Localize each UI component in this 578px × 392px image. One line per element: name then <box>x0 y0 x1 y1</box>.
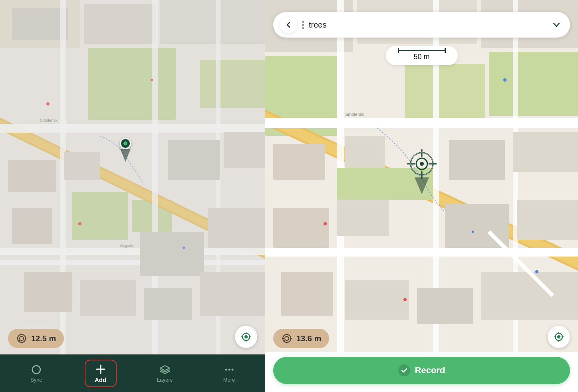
svg-rect-20 <box>224 132 265 168</box>
search-query[interactable]: trees <box>309 20 544 30</box>
svg-text:Smoleńsk: Smoleńsk <box>40 118 58 123</box>
svg-point-86 <box>324 222 327 225</box>
distance-badge-left: 12.5 m <box>8 329 64 348</box>
location-icon-left <box>240 331 252 342</box>
location-button-right[interactable] <box>548 326 570 348</box>
svg-rect-13 <box>0 260 265 265</box>
record-check-icon <box>398 364 410 376</box>
svg-rect-71 <box>449 140 505 180</box>
svg-rect-24 <box>24 272 72 312</box>
sync-label: Sync <box>30 377 42 383</box>
scale-label: 50 m <box>413 53 429 61</box>
search-bar[interactable]: trees <box>273 12 570 38</box>
svg-point-30 <box>46 102 50 105</box>
svg-rect-64 <box>265 118 578 128</box>
svg-rect-81 <box>481 272 578 320</box>
scale-line <box>398 50 446 51</box>
svg-rect-25 <box>80 280 136 316</box>
svg-rect-19 <box>168 140 220 180</box>
svg-rect-60 <box>405 64 485 120</box>
add-icon <box>95 364 106 375</box>
svg-rect-61 <box>489 52 578 116</box>
svg-rect-26 <box>144 288 192 320</box>
svg-point-88 <box>403 298 407 301</box>
add-label: Add <box>95 376 106 383</box>
record-button[interactable]: Record <box>273 357 570 384</box>
svg-rect-6 <box>200 60 265 108</box>
svg-marker-51 <box>160 366 170 370</box>
svg-point-42 <box>244 335 248 338</box>
svg-rect-12 <box>0 248 265 255</box>
svg-point-100 <box>285 336 289 340</box>
svg-rect-65 <box>265 248 578 257</box>
layers-tab[interactable]: Layers <box>149 361 181 386</box>
svg-point-54 <box>231 368 233 370</box>
svg-rect-18 <box>64 152 100 180</box>
crosshair-icon <box>406 148 438 180</box>
svg-marker-98 <box>415 177 429 194</box>
svg-rect-78 <box>281 272 333 316</box>
left-panel: Smoleńsk Wygoda <box>0 0 265 392</box>
map-pin-left <box>120 138 131 162</box>
svg-rect-77 <box>517 200 578 240</box>
location-button-left[interactable] <box>235 326 257 348</box>
svg-point-92 <box>420 162 424 166</box>
svg-rect-79 <box>345 280 409 320</box>
more-tab[interactable]: More <box>213 361 245 386</box>
svg-rect-5 <box>88 48 176 120</box>
svg-text:Wygoda: Wygoda <box>120 244 133 248</box>
svg-point-33 <box>183 247 185 249</box>
svg-rect-27 <box>200 272 265 316</box>
svg-rect-80 <box>417 288 473 324</box>
search-dots-icon <box>302 21 304 29</box>
right-panel: Smoleńsk tre <box>265 0 578 392</box>
svg-marker-34 <box>120 149 131 162</box>
gps-accuracy-icon-right <box>281 333 292 344</box>
record-label: Record <box>415 365 445 376</box>
svg-rect-11 <box>0 124 265 133</box>
svg-point-52 <box>225 368 227 370</box>
svg-point-89 <box>535 270 538 273</box>
back-button[interactable] <box>280 16 297 34</box>
svg-rect-74 <box>273 208 329 248</box>
chevron-down-icon <box>552 20 561 29</box>
svg-rect-75 <box>337 200 389 236</box>
gps-accuracy-icon <box>16 333 27 344</box>
bottom-toolbar: Sync Add Layers <box>0 354 265 392</box>
svg-rect-21 <box>12 208 52 244</box>
distance-value-left: 12.5 m <box>31 334 56 343</box>
svg-point-53 <box>228 368 230 370</box>
more-icon <box>224 364 235 375</box>
svg-rect-17 <box>8 160 56 192</box>
svg-text:Smoleńsk: Smoleńsk <box>345 112 365 117</box>
svg-point-106 <box>557 335 560 338</box>
more-label: More <box>223 377 235 383</box>
location-icon-right <box>553 331 564 342</box>
add-tab[interactable]: Add <box>85 360 117 387</box>
svg-rect-4 <box>160 0 265 44</box>
sync-icon <box>31 364 42 375</box>
svg-rect-7 <box>72 192 128 240</box>
svg-point-31 <box>151 79 153 81</box>
distance-value-right: 13.6 m <box>296 334 321 343</box>
layers-icon <box>159 364 171 375</box>
left-map: Smoleńsk Wygoda <box>0 0 265 354</box>
svg-point-87 <box>472 231 474 233</box>
back-chevron-icon <box>284 21 292 29</box>
sync-tab[interactable]: Sync <box>20 361 52 386</box>
svg-rect-22 <box>140 232 204 276</box>
svg-point-85 <box>503 78 506 82</box>
svg-rect-70 <box>345 136 385 168</box>
dropdown-chevron-button[interactable] <box>549 18 564 32</box>
scale-bar: 50 m <box>386 46 458 65</box>
svg-rect-69 <box>273 144 325 180</box>
distance-badge-right: 13.6 m <box>273 329 329 348</box>
crosshair <box>406 148 438 194</box>
svg-point-32 <box>78 222 81 225</box>
svg-rect-2 <box>12 8 68 40</box>
svg-rect-23 <box>208 208 265 248</box>
svg-rect-72 <box>513 132 578 172</box>
svg-point-36 <box>20 336 24 340</box>
svg-rect-3 <box>84 4 156 44</box>
layers-label: Layers <box>157 377 173 383</box>
